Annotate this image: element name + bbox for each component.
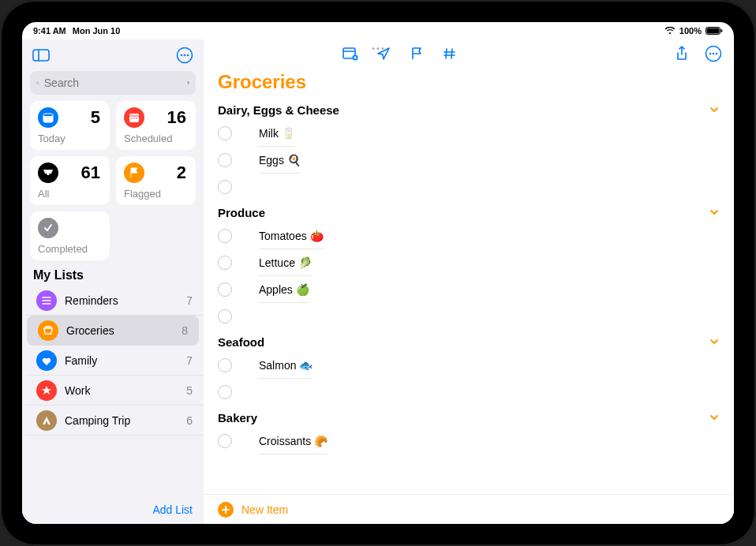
list-count: 7 (186, 354, 193, 367)
reminder-text: Croissants 🥐 (259, 435, 327, 447)
flag-icon (129, 167, 139, 178)
calendar-badge-icon (342, 47, 358, 61)
reminder-row[interactable] (218, 379, 720, 406)
ellipsis-circle-icon (705, 45, 722, 62)
reminder-row[interactable]: Eggs 🍳 (218, 147, 720, 174)
chevron-down-icon[interactable] (709, 205, 720, 219)
search-input[interactable] (44, 77, 182, 89)
reminder-row[interactable]: Tomatoes 🍅 (218, 223, 720, 249)
add-list-button[interactable]: Add List (152, 503, 193, 516)
section-header[interactable]: Bakery (218, 406, 720, 428)
section-header[interactable]: Produce (218, 200, 720, 223)
reminder-row[interactable] (218, 174, 720, 200)
list-icon (36, 350, 57, 371)
reminder-item[interactable]: Croissants 🥐 (259, 428, 327, 454)
reminder-item[interactable]: Salmon 🐟 (259, 352, 313, 379)
sidebar-icon (32, 49, 50, 62)
category-all-count: 61 (81, 163, 100, 183)
share-icon (676, 46, 688, 62)
chevron-down-icon[interactable] (709, 335, 720, 349)
search-icon (36, 77, 39, 88)
screen: 9:41 AM Mon Jun 10 100% (22, 22, 734, 524)
svg-rect-2 (721, 29, 723, 32)
list-label: Reminders (65, 294, 178, 307)
battery-icon (705, 27, 723, 35)
search-field[interactable] (30, 71, 196, 95)
list-row[interactable]: Reminders7 (25, 286, 204, 316)
svg-marker-20 (42, 386, 51, 395)
category-completed[interactable]: Completed (30, 211, 110, 260)
multitask-handle-icon[interactable] (372, 47, 384, 50)
complete-circle[interactable] (218, 256, 232, 270)
complete-circle[interactable] (218, 434, 232, 448)
reminder-row[interactable]: Croissants 🥐 (218, 428, 720, 454)
reminder-item[interactable]: Apples 🍏 (259, 276, 309, 303)
reminder-item[interactable]: Tomatoes 🍅 (259, 223, 324, 249)
reminder-row[interactable]: Lettuce 🥬 (218, 249, 720, 276)
complete-circle[interactable] (218, 385, 232, 399)
list-count: 5 (186, 384, 193, 397)
list-row[interactable]: Work5 (25, 376, 204, 406)
sidebar-more-button[interactable] (174, 44, 196, 66)
complete-circle[interactable] (218, 282, 232, 297)
list-title: Groceries (204, 68, 734, 98)
list-row[interactable]: Groceries8 (27, 316, 199, 346)
svg-rect-11 (188, 81, 189, 83)
complete-circle[interactable] (218, 153, 232, 167)
chevron-down-icon[interactable] (709, 410, 720, 424)
location-button[interactable] (372, 43, 395, 65)
mic-icon[interactable] (187, 77, 189, 89)
new-item-button[interactable] (218, 502, 234, 518)
complete-circle[interactable] (218, 229, 232, 243)
share-button[interactable] (671, 43, 693, 65)
plus-icon (221, 505, 230, 514)
tag-button[interactable] (439, 43, 461, 65)
toggle-sidebar-button[interactable] (30, 44, 52, 66)
list-count: 6 (186, 414, 193, 427)
reminder-row[interactable]: Milk 🥛 (218, 120, 720, 147)
checkmark-icon (43, 223, 53, 233)
reminder-item[interactable]: Eggs 🍳 (259, 147, 301, 174)
svg-point-6 (181, 54, 183, 57)
list-label: Work (65, 384, 178, 397)
complete-circle[interactable] (218, 358, 232, 372)
category-scheduled-count: 16 (167, 107, 186, 128)
list-row[interactable]: Family7 (25, 346, 204, 376)
list-label: Groceries (66, 324, 174, 337)
section-title: Seafood (218, 335, 264, 349)
section-header[interactable]: Dairy, Eggs & Cheese (218, 98, 720, 120)
reminder-sections[interactable]: Dairy, Eggs & CheeseMilk 🥛Eggs 🍳ProduceT… (204, 98, 734, 494)
reminder-row[interactable] (218, 303, 720, 330)
flag-outline-icon (410, 47, 423, 61)
calendar-badge-button[interactable] (339, 43, 361, 65)
main-more-button[interactable] (702, 43, 724, 65)
section-header[interactable]: Seafood (218, 330, 720, 352)
reminder-text: Tomatoes 🍅 (259, 230, 324, 242)
list-icon (38, 320, 58, 341)
svg-rect-1 (707, 28, 720, 34)
category-all[interactable]: 61 All (30, 156, 110, 205)
list-row[interactable]: Camping Trip6 (25, 406, 204, 436)
svg-rect-3 (33, 50, 49, 61)
complete-circle[interactable] (218, 180, 232, 194)
reminder-row[interactable]: Apples 🍏 (218, 276, 720, 303)
svg-point-7 (184, 54, 186, 57)
status-bar: 9:41 AM Mon Jun 10 100% (22, 22, 734, 39)
reminder-item[interactable]: Milk 🥛 (259, 120, 295, 147)
new-item-label[interactable]: New Item (241, 503, 288, 516)
flag-button[interactable] (406, 43, 428, 65)
reminder-text: Lettuce 🥬 (259, 256, 312, 269)
complete-circle[interactable] (218, 309, 232, 323)
reminder-row[interactable]: Salmon 🐟 (218, 352, 720, 379)
category-today[interactable]: 5 Today (30, 101, 110, 150)
svg-point-25 (709, 53, 712, 55)
chevron-down-icon[interactable] (709, 103, 720, 117)
inbox-icon (43, 169, 54, 177)
svg-point-27 (716, 53, 718, 55)
status-time: 9:41 AM (33, 26, 66, 36)
category-scheduled[interactable]: 16 Scheduled (116, 101, 196, 150)
category-flagged[interactable]: 2 Flagged (116, 156, 196, 205)
reminder-item[interactable]: Lettuce 🥬 (259, 249, 312, 276)
section-title: Produce (218, 206, 265, 219)
complete-circle[interactable] (218, 126, 232, 140)
